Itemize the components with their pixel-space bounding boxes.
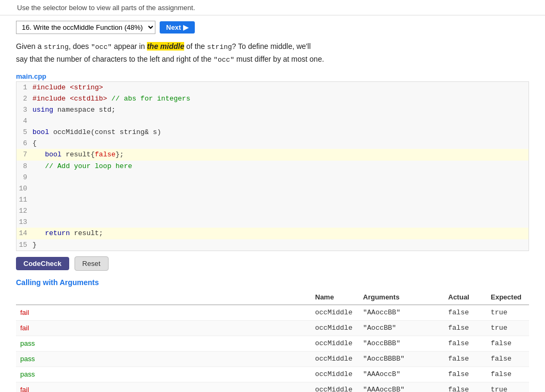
cell-expected: true (486, 305, 529, 321)
cell-actual: false (444, 366, 486, 382)
cell-name: occMiddle (311, 366, 359, 382)
page-instruction: Use the selector below to view all parts… (9, 2, 204, 15)
code-line: 14 return result; (16, 228, 529, 239)
selector-row: 16. Write the occMiddle Function (48%) N… (0, 15, 545, 37)
code-line: 8 // Add your loop here (16, 161, 529, 172)
cell-name: occMiddle (311, 320, 359, 336)
cell-status: pass (16, 351, 311, 366)
cell-name: occMiddle (311, 305, 359, 321)
cell-status: fail (16, 382, 311, 392)
results-title: Calling with Arguments (0, 276, 545, 290)
cell-expected: false (486, 336, 529, 351)
cell-args: "AAAoccB" (359, 366, 444, 382)
cell-name: occMiddle (311, 382, 359, 392)
code-line: 9 (16, 172, 529, 183)
cell-status: fail (16, 320, 311, 336)
cell-actual: false (444, 382, 486, 392)
col-actual: Actual (444, 290, 486, 305)
results-table: Name Arguments Actual Expected fail occM… (16, 290, 529, 392)
file-label: main.cpp (0, 68, 545, 81)
table-header-row: Name Arguments Actual Expected (16, 290, 529, 305)
code-line: 3 using namespace std; (16, 104, 529, 115)
code-line: 10 (16, 183, 529, 194)
cell-expected: false (486, 351, 529, 366)
code-line: 11 (16, 194, 529, 205)
cell-expected: true (486, 320, 529, 336)
cell-status: fail (16, 305, 311, 321)
reset-button[interactable]: Reset (75, 256, 109, 271)
cell-expected: true (486, 382, 529, 392)
col-name: Name (311, 290, 359, 305)
code-line: 2 #include <cstdlib> // abs for integers (16, 93, 529, 104)
code-line: 6 { (16, 138, 529, 149)
code-occ-2: "occ" (213, 56, 234, 64)
cell-args: "AoccBBBB" (359, 351, 444, 366)
cell-args: "AAAoccBB" (359, 382, 444, 392)
next-button[interactable]: Next ▶ (160, 21, 195, 34)
col-expected: Expected (486, 290, 529, 305)
code-line: 5 bool occMiddle(const string& s) (16, 127, 529, 138)
problem-description: Given a string, does "occ" appear in the… (0, 37, 545, 68)
action-row: CodeCheck Reset (0, 251, 545, 276)
cell-expected: false (486, 366, 529, 382)
col-arguments: Arguments (359, 290, 444, 305)
table-row: fail occMiddle "AoccBB" false true (16, 320, 529, 336)
table-row: pass occMiddle "AoccBBB" false false (16, 336, 529, 351)
table-row: pass occMiddle "AAAoccB" false false (16, 366, 529, 382)
code-line: 7 bool result{false}; (16, 149, 529, 160)
cell-args: "AoccBBB" (359, 336, 444, 351)
cell-actual: false (444, 351, 486, 366)
assignment-selector[interactable]: 16. Write the occMiddle Function (48%) (16, 21, 155, 34)
cell-name: occMiddle (311, 351, 359, 366)
code-line: 12 (16, 205, 529, 216)
code-occ-1: "occ" (91, 43, 112, 51)
table-row: fail occMiddle "AAAoccBB" false true (16, 382, 529, 392)
cell-status: pass (16, 366, 311, 382)
cell-status: pass (16, 336, 311, 351)
cell-actual: false (444, 336, 486, 351)
code-line: 4 (16, 115, 529, 127)
code-line: 1 #include <string> (16, 82, 529, 93)
code-editor[interactable]: 1 #include <string> 2 #include <cstdlib>… (16, 81, 529, 251)
table-row: pass occMiddle "AoccBBBB" false false (16, 351, 529, 366)
cell-actual: false (444, 320, 486, 336)
code-line: 15 } (16, 239, 529, 251)
code-line: 13 (16, 216, 529, 228)
table-row: fail occMiddle "AAoccBB" false true (16, 305, 529, 321)
highlight-middle: the middle (147, 42, 184, 51)
code-string-1: string (44, 43, 69, 51)
cell-actual: false (444, 305, 486, 321)
cell-name: occMiddle (311, 336, 359, 351)
cell-args: "AoccBB" (359, 320, 444, 336)
code-string-2: string (207, 43, 232, 51)
col-status (16, 290, 311, 305)
cell-args: "AAoccBB" (359, 305, 444, 321)
codecheck-button[interactable]: CodeCheck (16, 257, 69, 270)
